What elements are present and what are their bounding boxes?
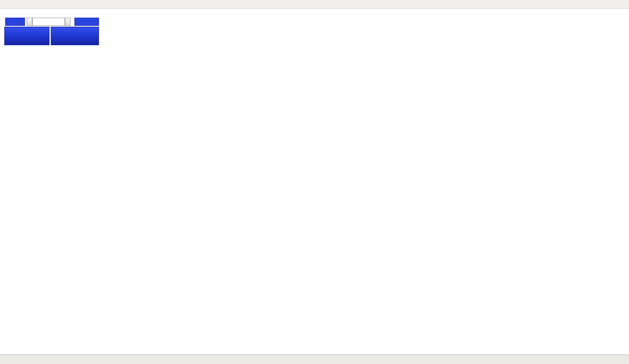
- trading-platform-screen: [0, 0, 629, 364]
- volume-increase-button[interactable]: [65, 18, 71, 26]
- one-click-trading-panel: [3, 18, 99, 56]
- price-chart-svg: [0, 9, 629, 355]
- sell-price-display[interactable]: [4, 27, 49, 45]
- buy-button[interactable]: [74, 18, 99, 26]
- chart-window: [0, 9, 629, 355]
- buy-price-display[interactable]: [51, 27, 99, 45]
- chart-tabs-bar: [0, 355, 629, 364]
- volume-input[interactable]: [32, 18, 65, 26]
- sell-button[interactable]: [5, 18, 25, 26]
- chart-title: [4, 10, 8, 16]
- volume-decrease-button[interactable]: [27, 18, 32, 26]
- timeframe-toolbar: [0, 0, 629, 9]
